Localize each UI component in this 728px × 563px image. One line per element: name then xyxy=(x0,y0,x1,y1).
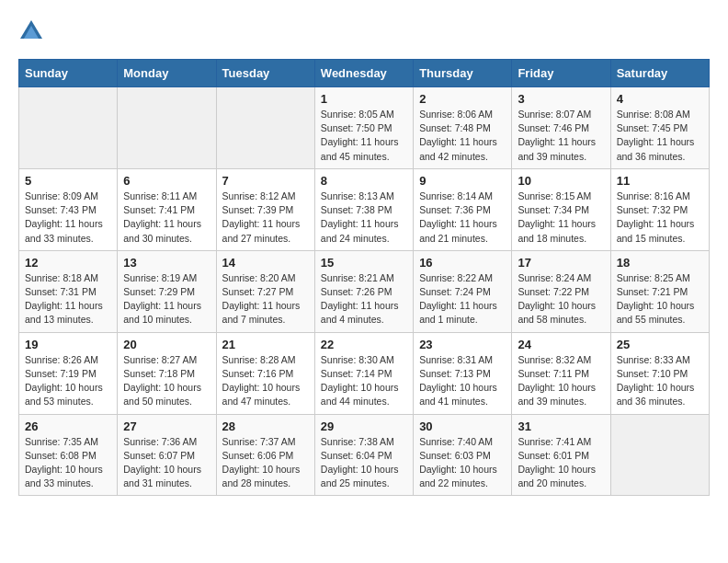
day-number: 28 xyxy=(222,419,309,433)
calendar-cell: 28Sunrise: 7:37 AM Sunset: 6:06 PM Dayli… xyxy=(216,414,314,496)
calendar-cell: 20Sunrise: 8:27 AM Sunset: 7:18 PM Dayli… xyxy=(118,332,216,414)
weekday-header-saturday: Saturday xyxy=(610,60,709,87)
calendar-cell: 25Sunrise: 8:33 AM Sunset: 7:10 PM Dayli… xyxy=(610,332,709,414)
week-row-4: 19Sunrise: 8:26 AM Sunset: 7:19 PM Dayli… xyxy=(19,332,710,414)
day-number: 2 xyxy=(419,92,506,106)
calendar-cell: 18Sunrise: 8:25 AM Sunset: 7:21 PM Dayli… xyxy=(610,250,709,332)
cell-text: Sunrise: 8:20 AM Sunset: 7:27 PM Dayligh… xyxy=(222,271,309,327)
calendar-cell: 31Sunrise: 7:41 AM Sunset: 6:01 PM Dayli… xyxy=(512,414,610,496)
weekday-header-sunday: Sunday xyxy=(19,60,118,87)
day-number: 4 xyxy=(617,92,703,106)
header xyxy=(18,18,710,44)
weekday-header-monday: Monday xyxy=(118,60,216,87)
cell-text: Sunrise: 8:06 AM Sunset: 7:48 PM Dayligh… xyxy=(419,108,506,164)
cell-text: Sunrise: 7:36 AM Sunset: 6:07 PM Dayligh… xyxy=(123,435,210,491)
cell-text: Sunrise: 7:40 AM Sunset: 6:03 PM Dayligh… xyxy=(419,435,506,491)
week-row-2: 5Sunrise: 8:09 AM Sunset: 7:43 PM Daylig… xyxy=(19,168,710,250)
day-number: 19 xyxy=(25,338,111,351)
calendar-cell: 24Sunrise: 8:32 AM Sunset: 7:11 PM Dayli… xyxy=(512,332,610,414)
day-number: 9 xyxy=(419,174,506,188)
day-number: 18 xyxy=(617,256,703,270)
day-number: 8 xyxy=(321,174,407,188)
cell-text: Sunrise: 8:07 AM Sunset: 7:46 PM Dayligh… xyxy=(518,108,604,164)
day-number: 25 xyxy=(617,338,703,351)
day-number: 1 xyxy=(321,92,407,106)
day-number: 23 xyxy=(419,338,506,351)
cell-text: Sunrise: 8:16 AM Sunset: 7:32 PM Dayligh… xyxy=(617,190,703,246)
cell-text: Sunrise: 8:12 AM Sunset: 7:39 PM Dayligh… xyxy=(222,190,309,246)
calendar-cell: 9Sunrise: 8:14 AM Sunset: 7:36 PM Daylig… xyxy=(414,168,512,250)
calendar-cell xyxy=(216,87,314,169)
calendar-cell: 26Sunrise: 7:35 AM Sunset: 6:08 PM Dayli… xyxy=(19,414,118,496)
calendar-cell: 7Sunrise: 8:12 AM Sunset: 7:39 PM Daylig… xyxy=(216,168,314,250)
calendar-cell: 19Sunrise: 8:26 AM Sunset: 7:19 PM Dayli… xyxy=(19,332,118,414)
day-number: 24 xyxy=(518,338,604,351)
calendar-cell: 2Sunrise: 8:06 AM Sunset: 7:48 PM Daylig… xyxy=(414,87,512,169)
cell-text: Sunrise: 7:37 AM Sunset: 6:06 PM Dayligh… xyxy=(222,435,309,491)
day-number: 13 xyxy=(123,256,210,270)
calendar-cell: 6Sunrise: 8:11 AM Sunset: 7:41 PM Daylig… xyxy=(118,168,216,250)
cell-text: Sunrise: 8:05 AM Sunset: 7:50 PM Dayligh… xyxy=(321,108,407,164)
cell-text: Sunrise: 8:32 AM Sunset: 7:11 PM Dayligh… xyxy=(518,353,604,409)
calendar-cell: 16Sunrise: 8:22 AM Sunset: 7:24 PM Dayli… xyxy=(414,250,512,332)
cell-text: Sunrise: 8:18 AM Sunset: 7:31 PM Dayligh… xyxy=(25,271,111,327)
day-number: 7 xyxy=(222,174,309,188)
weekday-header-tuesday: Tuesday xyxy=(216,60,314,87)
day-number: 11 xyxy=(617,174,703,188)
calendar-cell: 8Sunrise: 8:13 AM Sunset: 7:38 PM Daylig… xyxy=(314,168,413,250)
day-number: 15 xyxy=(321,256,407,270)
weekday-header-friday: Friday xyxy=(512,60,610,87)
calendar-cell: 17Sunrise: 8:24 AM Sunset: 7:22 PM Dayli… xyxy=(512,250,610,332)
cell-text: Sunrise: 8:33 AM Sunset: 7:10 PM Dayligh… xyxy=(617,353,703,409)
cell-text: Sunrise: 8:24 AM Sunset: 7:22 PM Dayligh… xyxy=(518,271,604,327)
cell-text: Sunrise: 8:30 AM Sunset: 7:14 PM Dayligh… xyxy=(321,353,407,409)
day-number: 6 xyxy=(123,174,210,188)
cell-text: Sunrise: 8:28 AM Sunset: 7:16 PM Dayligh… xyxy=(222,353,309,409)
weekday-header-row: SundayMondayTuesdayWednesdayThursdayFrid… xyxy=(19,60,710,87)
cell-text: Sunrise: 7:35 AM Sunset: 6:08 PM Dayligh… xyxy=(25,435,111,491)
calendar-cell xyxy=(610,414,709,496)
day-number: 14 xyxy=(222,256,309,270)
week-row-3: 12Sunrise: 8:18 AM Sunset: 7:31 PM Dayli… xyxy=(19,250,710,332)
cell-text: Sunrise: 7:38 AM Sunset: 6:04 PM Dayligh… xyxy=(321,435,407,491)
cell-text: Sunrise: 8:22 AM Sunset: 7:24 PM Dayligh… xyxy=(419,271,506,327)
calendar-cell: 11Sunrise: 8:16 AM Sunset: 7:32 PM Dayli… xyxy=(610,168,709,250)
calendar-cell: 29Sunrise: 7:38 AM Sunset: 6:04 PM Dayli… xyxy=(314,414,413,496)
cell-text: Sunrise: 8:15 AM Sunset: 7:34 PM Dayligh… xyxy=(518,190,604,246)
calendar-cell xyxy=(19,87,118,169)
calendar-cell: 3Sunrise: 8:07 AM Sunset: 7:46 PM Daylig… xyxy=(512,87,610,169)
cell-text: Sunrise: 8:11 AM Sunset: 7:41 PM Dayligh… xyxy=(123,190,210,246)
day-number: 21 xyxy=(222,338,309,351)
calendar-cell: 10Sunrise: 8:15 AM Sunset: 7:34 PM Dayli… xyxy=(512,168,610,250)
day-number: 31 xyxy=(518,419,604,433)
cell-text: Sunrise: 8:31 AM Sunset: 7:13 PM Dayligh… xyxy=(419,353,506,409)
day-number: 20 xyxy=(123,338,210,351)
day-number: 12 xyxy=(25,256,111,270)
day-number: 27 xyxy=(123,419,210,433)
calendar-cell: 13Sunrise: 8:19 AM Sunset: 7:29 PM Dayli… xyxy=(118,250,216,332)
calendar: SundayMondayTuesdayWednesdayThursdayFrid… xyxy=(18,59,710,496)
page: SundayMondayTuesdayWednesdayThursdayFrid… xyxy=(0,0,728,505)
calendar-cell xyxy=(118,87,216,169)
cell-text: Sunrise: 8:21 AM Sunset: 7:26 PM Dayligh… xyxy=(321,271,407,327)
day-number: 3 xyxy=(518,92,604,106)
weekday-header-wednesday: Wednesday xyxy=(314,60,413,87)
cell-text: Sunrise: 8:19 AM Sunset: 7:29 PM Dayligh… xyxy=(123,271,210,327)
calendar-cell: 15Sunrise: 8:21 AM Sunset: 7:26 PM Dayli… xyxy=(314,250,413,332)
day-number: 16 xyxy=(419,256,506,270)
calendar-cell: 21Sunrise: 8:28 AM Sunset: 7:16 PM Dayli… xyxy=(216,332,314,414)
calendar-cell: 12Sunrise: 8:18 AM Sunset: 7:31 PM Dayli… xyxy=(19,250,118,332)
day-number: 17 xyxy=(518,256,604,270)
cell-text: Sunrise: 8:26 AM Sunset: 7:19 PM Dayligh… xyxy=(25,353,111,409)
cell-text: Sunrise: 8:25 AM Sunset: 7:21 PM Dayligh… xyxy=(617,271,703,327)
calendar-cell: 4Sunrise: 8:08 AM Sunset: 7:45 PM Daylig… xyxy=(610,87,709,169)
calendar-cell: 1Sunrise: 8:05 AM Sunset: 7:50 PM Daylig… xyxy=(314,87,413,169)
cell-text: Sunrise: 8:13 AM Sunset: 7:38 PM Dayligh… xyxy=(321,190,407,246)
calendar-cell: 5Sunrise: 8:09 AM Sunset: 7:43 PM Daylig… xyxy=(19,168,118,250)
calendar-cell: 30Sunrise: 7:40 AM Sunset: 6:03 PM Dayli… xyxy=(414,414,512,496)
cell-text: Sunrise: 8:27 AM Sunset: 7:18 PM Dayligh… xyxy=(123,353,210,409)
logo xyxy=(18,18,48,44)
day-number: 26 xyxy=(25,419,111,433)
weekday-header-thursday: Thursday xyxy=(414,60,512,87)
day-number: 29 xyxy=(321,419,407,433)
